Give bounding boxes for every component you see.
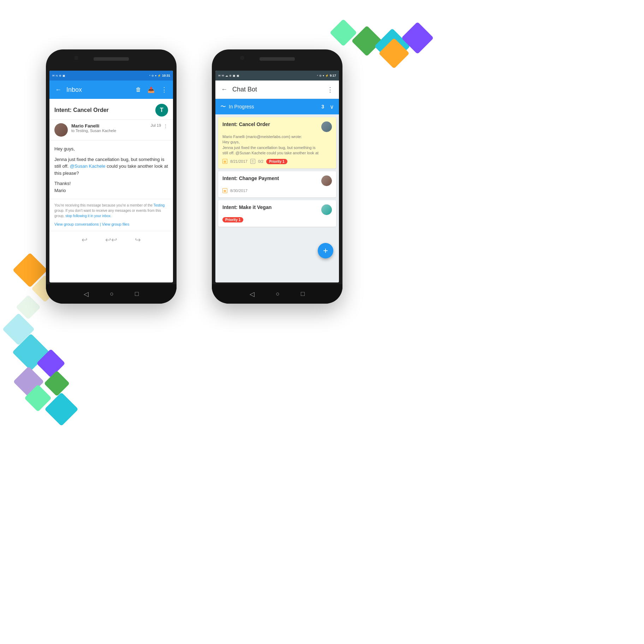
archive-button[interactable]: 📥 [146, 85, 156, 95]
sender-info: Mario Fanelli to Testing, Susan Kachele [71, 123, 147, 133]
forward-button[interactable]: ↪ [135, 235, 141, 244]
phone-2: ✉ ✉ ☁ ⊗ ▣ ▣ * ⊖ ▾ ⚡ 9:17 ← Chat Bot ⋮ 〜 [212, 49, 342, 304]
email-body-text: Jenna just fixed the cancellation bug, b… [54, 156, 168, 177]
phone1-right-icons: * ⊖ ▾ ⚡ 10:31 [149, 74, 170, 77]
footer-unfollow-link[interactable]: stop following it in your inbox. [65, 214, 112, 218]
phone-speaker [94, 57, 129, 61]
task-date-1: 8/21/2017 [230, 159, 248, 163]
in-progress-chevron[interactable]: ∨ [330, 103, 334, 110]
email-more-icon[interactable]: ⋮ [163, 123, 168, 129]
task-card-header: Intent: Cancel Order [222, 121, 332, 132]
nav-recents[interactable]: □ [135, 290, 139, 298]
phone1-toolbar-title: Inbox [66, 86, 131, 94]
phone-camera [74, 56, 78, 60]
phone2-speaker [260, 57, 295, 61]
phone1-left-icons: ✉ N ⊗ ▣ [52, 74, 65, 77]
task-avatar-3 [321, 204, 332, 215]
task-card-cancel-order[interactable]: Intent: Cancel Order Mario Fanelli (mari… [218, 117, 336, 168]
phone2-camera [240, 56, 244, 60]
thread-avatar: T [155, 104, 168, 117]
email-sender-name: Mario [54, 187, 168, 194]
phone1-toolbar: ← Inbox 🗑 📥 ⋮ [49, 80, 173, 99]
sender-name: Mario Fanelli [71, 123, 147, 129]
task-title-2: Intent: Change Payment [222, 175, 279, 181]
task-meta-1: ▦ 8/21/2017 ☰ 0/2 Priority 1 [222, 159, 332, 164]
phone1-screen: ✉ N ⊗ ▣ * ⊖ ▾ ⚡ 10:31 ← Inbox 🗑 📥 ⋮ Inte… [49, 71, 173, 282]
phone2-time: 9:17 [330, 74, 336, 77]
task-card-header-2: Intent: Change Payment [222, 175, 332, 186]
phone1-time: 10:31 [162, 74, 170, 77]
in-progress-label: In Progress [229, 104, 318, 109]
in-progress-icon: 〜 [220, 103, 226, 111]
sender-avatar [54, 123, 68, 137]
phone2-screen: ✉ ✉ ☁ ⊗ ▣ ▣ * ⊖ ▾ ⚡ 9:17 ← Chat Bot ⋮ 〜 [215, 71, 339, 282]
email-mention-link[interactable]: @Susan Kachele [70, 163, 106, 169]
phone2-left-icons: ✉ ✉ ☁ ⊗ ▣ ▣ [218, 74, 239, 77]
task-card-header-3: Intent: Make it Vegan [222, 204, 332, 215]
view-files-link[interactable]: View group files [102, 222, 129, 226]
nav-back[interactable]: ◁ [84, 290, 89, 298]
priority-badge-1: Priority 1 [266, 159, 287, 164]
calendar-icon-1: ▦ [222, 159, 227, 164]
checklist-icon-1: ☰ [250, 159, 255, 164]
in-progress-bar[interactable]: 〜 In Progress 3 ∨ [215, 99, 339, 114]
footer-text: You're receiving this message because yo… [54, 203, 153, 207]
task-meta-2: ▦ 8/30/2017 [222, 188, 332, 193]
priority-badge-3: Priority 1 [222, 217, 243, 222]
email-sender-row: Mario Fanelli to Testing, Susan Kachele … [49, 120, 173, 141]
phone2-more-options[interactable]: ⋮ [326, 84, 335, 95]
phone2-toolbar: ← Chat Bot ⋮ [215, 80, 339, 99]
email-body: Hey guys, Jenna just fixed the cancellat… [49, 141, 173, 199]
calendar-icon-2: ▦ [222, 188, 227, 193]
phone2-toolbar-title: Chat Bot [232, 86, 322, 93]
more-options-button[interactable]: ⋮ [160, 84, 169, 95]
task-card-change-payment[interactable]: Intent: Change Payment ▦ 8/30/2017 [218, 171, 336, 197]
phone2-nav-home[interactable]: ○ [276, 290, 280, 298]
email-subject-row: Intent: Cancel Order T [49, 99, 173, 120]
diamond-decoration [351, 25, 382, 56]
phone1-nav: ◁ ○ □ [46, 284, 177, 304]
task-card-vegan[interactable]: Intent: Make it Vegan Priority 1 [218, 200, 336, 227]
nav-home[interactable]: ○ [110, 290, 114, 298]
email-greeting: Hey guys, [54, 145, 168, 153]
task-meta-3: Priority 1 [222, 217, 332, 222]
phone2-status-bar: ✉ ✉ ☁ ⊗ ▣ ▣ * ⊖ ▾ ⚡ 9:17 [215, 71, 339, 80]
phone1-status-bar: ✉ N ⊗ ▣ * ⊖ ▾ ⚡ 10:31 [49, 71, 173, 80]
reply-all-button[interactable]: ↩↩ [105, 235, 117, 244]
tasks-container: Intent: Cancel Order Mario Fanelli (mari… [215, 114, 339, 282]
task-avatar-1 [321, 121, 332, 132]
email-date: Jul 19 [151, 123, 161, 127]
email-subject: Intent: Cancel Order [54, 107, 109, 113]
phone2-nav: ◁ ○ □ [212, 284, 342, 304]
reply-button[interactable]: ↩ [82, 235, 88, 244]
phone2-nav-back[interactable]: ◁ [250, 290, 255, 298]
in-progress-count: 3 [321, 104, 324, 109]
task-avatar-2 [321, 175, 332, 186]
delete-button[interactable]: 🗑 [134, 85, 143, 94]
view-group-link[interactable]: View group conversations [54, 222, 99, 226]
email-thanks: Thanks! [54, 180, 168, 187]
back-button[interactable]: ← [54, 85, 63, 95]
task-preview-1: Mario Fanelli (mario@meisterlabs.com) wr… [222, 134, 332, 156]
task-date-2: 8/30/2017 [230, 189, 248, 193]
footer-testing-link[interactable]: Testing [154, 203, 165, 207]
phone2-back-button[interactable]: ← [220, 84, 229, 95]
sender-to: to Testing, Susan Kachele [71, 129, 147, 133]
email-footer: You're receiving this message because yo… [49, 199, 173, 231]
task-checklist-1: 0/2 [258, 159, 263, 163]
phone-1: ✉ N ⊗ ▣ * ⊖ ▾ ⚡ 10:31 ← Inbox 🗑 📥 ⋮ Inte… [46, 49, 177, 304]
footer-links: View group conversations | View group fi… [54, 221, 168, 227]
phone2-nav-recents[interactable]: □ [301, 290, 305, 298]
task-title-3: Intent: Make it Vegan [222, 204, 272, 210]
phone2-right-icons: * ⊖ ▾ ⚡ 9:17 [317, 74, 336, 77]
email-actions: ↩ ↩↩ ↪ [49, 231, 173, 248]
task-title-1: Intent: Cancel Order [222, 121, 270, 127]
fab-add-button[interactable]: + [318, 243, 333, 258]
